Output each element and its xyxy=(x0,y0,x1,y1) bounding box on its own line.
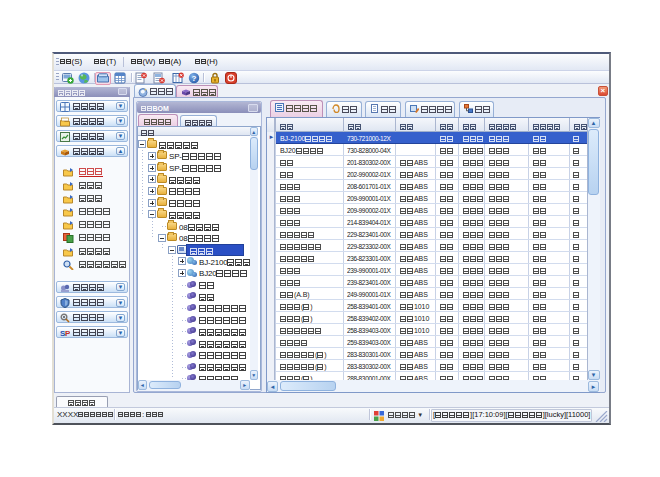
svg-text:?: ? xyxy=(192,74,197,83)
svg-text:P: P xyxy=(65,329,70,338)
